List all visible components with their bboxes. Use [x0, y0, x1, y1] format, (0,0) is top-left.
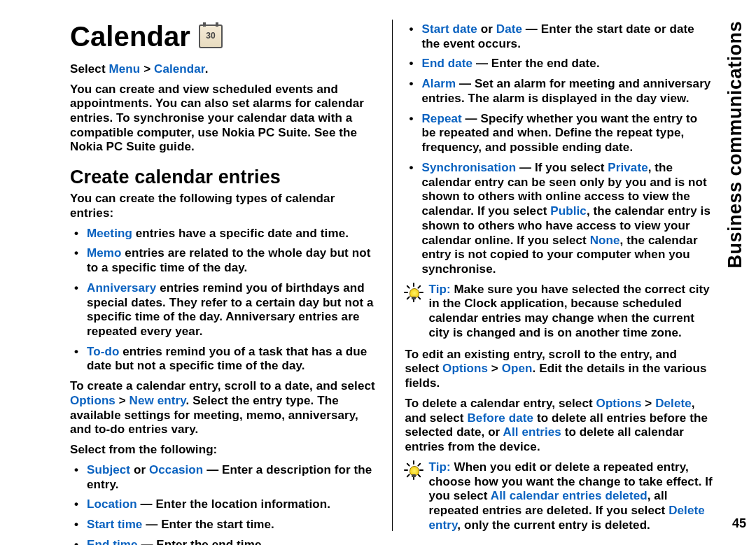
two-column-layout: Calendar Select Menu > Calendar. You can… — [70, 20, 714, 531]
keyword: Anniversary — [87, 281, 156, 295]
create-entry-pre: To create a calendar entry, scroll to a … — [70, 379, 375, 392]
list-item: To-do entries remind you of a task that … — [70, 345, 379, 374]
list-item: Memo entries are related to the whole da… — [70, 246, 379, 275]
keyword: Date — [496, 22, 522, 36]
calendar-icon — [199, 24, 223, 48]
list-item-text: — Enter the location information. — [137, 497, 330, 511]
list-item-text: entries are related to the whole day but… — [87, 246, 370, 274]
list-item-text: — Enter the end time. — [138, 538, 265, 545]
nav-calendar: Calendar — [154, 62, 205, 76]
tip-block-2: Tip: When you edit or delete a repeated … — [405, 460, 714, 533]
create-entry-arrow: > — [115, 394, 130, 407]
nav-menu: Menu — [109, 62, 141, 76]
list-item: Meeting entries have a specific date and… — [70, 227, 379, 241]
keyword: Repeat — [421, 112, 461, 125]
keyword: Location — [87, 497, 137, 511]
column-divider — [392, 20, 393, 531]
list-item: End time — Enter the end time. — [70, 538, 379, 545]
keyword: Public — [550, 204, 587, 218]
tip-1-text: Tip: Make sure you have selected the cor… — [428, 283, 714, 341]
tip-2-text: Tip: When you edit or delete a repeated … — [428, 460, 714, 533]
create-entry-paragraph: To create a calendar entry, scroll to a … — [70, 379, 379, 437]
keyword: None — [590, 234, 620, 247]
page-title: Calendar — [70, 20, 379, 54]
delete-options: Options — [596, 397, 642, 410]
create-entry-options: Options — [70, 394, 115, 407]
keyword: Start time — [87, 518, 142, 531]
list-item: End date — Enter the end date. — [405, 57, 714, 71]
edit-entry-paragraph: To edit an existing entry, scroll to the… — [405, 348, 714, 391]
list-item-text: — Set an alarm for meeting and anniversa… — [421, 77, 710, 105]
list-item: Repeat — Specify whether you want the en… — [405, 112, 714, 155]
section-tab: Business communications — [724, 21, 746, 269]
keyword: End time — [87, 538, 138, 545]
entry-types-list: Meeting entries have a specific date and… — [70, 227, 379, 374]
nav-select-label: Select — [70, 62, 109, 76]
page-number: 45 — [732, 516, 746, 531]
list-item-text: — If you select — [516, 161, 608, 174]
list-item-text: — Specify whether you want the entry to … — [421, 112, 697, 154]
list-item: Location — Enter the location informatio… — [70, 497, 379, 512]
list-item-text: entries have a specific date and time. — [132, 227, 349, 240]
page-title-text: Calendar — [70, 20, 190, 54]
keyword: Meeting — [87, 227, 132, 240]
list-item: Start date or Date — Enter the start dat… — [405, 22, 714, 51]
nav-arrow: > — [140, 62, 154, 76]
list-item: Subject or Occasion — Enter a descriptio… — [70, 463, 379, 492]
keyword: Start date — [421, 22, 477, 36]
edit-open: Open — [502, 362, 533, 375]
keyword: To-do — [87, 345, 119, 358]
list-item-text: or — [477, 22, 496, 36]
delete-allentries: All entries — [503, 425, 561, 439]
delete-beforedate: Before date — [467, 411, 533, 425]
tip-2-label: Tip: — [428, 460, 450, 474]
edit-arrow: > — [488, 362, 502, 375]
nav-dot: . — [205, 62, 209, 76]
list-item-text: — Enter the end date. — [472, 57, 600, 70]
list-item: Alarm — Set an alarm for meeting and ann… — [405, 77, 714, 106]
intro-text: You can create and view scheduled events… — [70, 83, 379, 155]
fields-list-col2: Start date or Date — Enter the start dat… — [405, 22, 714, 277]
left-column: Calendar Select Menu > Calendar. You can… — [70, 20, 379, 531]
fields-list-col1: Subject or Occasion — Enter a descriptio… — [70, 463, 379, 545]
delete-pre: To delete a calendar entry, select — [405, 397, 596, 410]
delete-entry-paragraph: To delete a calendar entry, select Optio… — [405, 397, 714, 455]
list-item: Start time — Enter the start time. — [70, 518, 379, 532]
create-entry-newentry: New entry — [130, 394, 186, 407]
list-item-text: or — [130, 463, 149, 476]
list-item: Synchronisation — If you select Private,… — [405, 161, 714, 277]
list-item-text: — Enter the start time. — [142, 518, 274, 531]
keyword: Synchronisation — [421, 161, 516, 174]
list-item-text: entries remind you of a task that has a … — [87, 345, 367, 373]
select-from-label: Select from the following: — [70, 443, 379, 458]
right-column: Start date or Date — Enter the start dat… — [405, 20, 714, 531]
entries-lead: You can create the following types of ca… — [70, 192, 379, 220]
section-heading: Create calendar entries — [70, 166, 379, 189]
tip-1-body: Make sure you have selected the correct … — [428, 283, 709, 339]
delete-delete: Delete — [655, 397, 692, 410]
edit-options: Options — [442, 362, 488, 375]
keyword: Memo — [87, 246, 122, 260]
list-item: Anniversary entries remind you of birthd… — [70, 281, 379, 339]
keyword: End date — [421, 57, 472, 70]
keyword: Occasion — [149, 463, 203, 476]
tip-1-label: Tip: — [428, 283, 450, 296]
keyword: Alarm — [421, 77, 456, 90]
tip-block-1: Tip: Make sure you have selected the cor… — [405, 283, 714, 341]
delete-arrow: > — [641, 397, 655, 410]
tip-2-post: , only the current entry is deleted. — [457, 518, 650, 532]
tip-icon — [405, 283, 423, 302]
nav-path: Select Menu > Calendar. — [70, 62, 379, 77]
keyword: Subject — [87, 463, 130, 476]
manual-page: Business communications 45 Calendar Sele… — [0, 0, 756, 545]
keyword: Private — [608, 161, 648, 174]
tip-icon — [405, 461, 423, 479]
tip-2-kw1: All calendar entries deleted — [491, 489, 648, 502]
